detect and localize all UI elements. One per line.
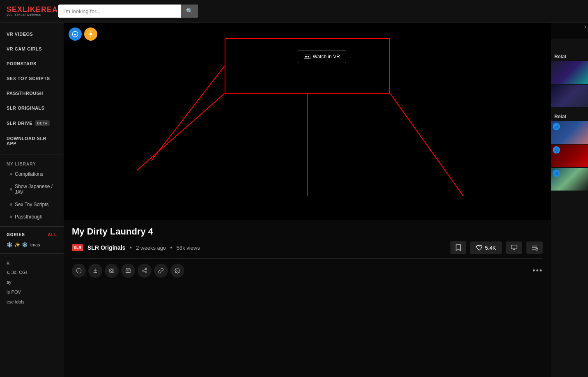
main-layout: VR VIDEOS VR CAM GIRLS PORNSTARS SEX TOY…: [0, 23, 588, 377]
sidebar-item-slr-originals[interactable]: SLR ORIGINALS: [0, 101, 64, 115]
video-meta-right: 5.4K: [450, 241, 543, 254]
svg-line-12: [152, 66, 225, 161]
sidebar: VR VIDEOS VR CAM GIRLS PORNSTARS SEX TOY…: [0, 23, 64, 377]
cat-ese-idols-label: ese idols: [7, 299, 24, 304]
video-meta-left: SLR SLR Originals • 2 weeks ago • 58k vi…: [72, 244, 200, 251]
my-library-label: MY LIBRARY: [0, 158, 64, 168]
logo-sex: SEX: [7, 5, 23, 14]
sidebar-sub-compilations[interactable]: Compilations: [0, 168, 64, 180]
sidebar-sub-passthrough[interactable]: Passthrough: [0, 211, 64, 223]
watch-vr-label: Watch in VR: [313, 54, 340, 60]
add-to-playlist-button[interactable]: [506, 241, 522, 254]
sidebar-divider2: [0, 226, 64, 227]
watch-in-vr-button[interactable]: Watch in VR: [298, 50, 346, 63]
category-le-pov[interactable]: le POV: [0, 287, 64, 297]
video-black: Watch in VR: [64, 23, 551, 220]
sidebar-sub-sex-toy-scripts[interactable]: Sex Toy Scripts: [0, 198, 64, 211]
svg-point-34: [177, 270, 178, 271]
svg-line-33: [144, 269, 145, 270]
sidebar-item-pornstars[interactable]: PORNSTARS: [0, 56, 64, 71]
sidebar-divider: [0, 154, 64, 154]
svg-line-32: [144, 271, 145, 272]
vr-yellow-icon[interactable]: [84, 28, 97, 41]
related-title-2: Relat: [551, 110, 588, 121]
logo-text: SEXLIKEREAL: [7, 6, 52, 13]
svg-point-19: [536, 248, 538, 251]
sidebar-item-passthrough[interactable]: PASSTHROUGH: [0, 86, 64, 101]
content-area: Watch in VR My: [64, 23, 551, 377]
christmas-label: tmas: [30, 242, 40, 247]
svg-point-30: [142, 270, 144, 271]
video-info: My Dirty Laundry 4 SLR SLR Originals • 2…: [64, 220, 551, 283]
video-meta-row: SLR SLR Originals • 2 weeks ago • 58k vi…: [72, 241, 543, 259]
svg-rect-13: [511, 245, 517, 249]
search-bar[interactable]: 🔍: [58, 5, 198, 18]
video-player[interactable]: Watch in VR: [64, 23, 551, 220]
related-thumb-4[interactable]: 🔵: [551, 145, 588, 167]
sidebar-item-sex-toy-scripts[interactable]: SEX TOY SCRIPTS: [0, 71, 64, 86]
related-thumb-4-icon: 🔵: [553, 146, 560, 154]
svg-line-10: [390, 94, 463, 196]
sidebar-item-vr-videos[interactable]: VR VIDEOS: [0, 27, 64, 41]
related-thumb-3-icon: 🔵: [553, 123, 560, 130]
category-christmas[interactable]: ❄️ ✨ ❄️ tmas: [0, 239, 64, 250]
video-overlay-icons: [69, 28, 97, 41]
category-ese-idols[interactable]: ese idols: [0, 297, 64, 307]
related-thumb-3[interactable]: 🔵: [551, 121, 588, 144]
svg-rect-6: [304, 55, 310, 59]
info-button[interactable]: [72, 264, 86, 278]
bookmark-button[interactable]: [450, 241, 466, 254]
svg-point-1: [90, 33, 92, 36]
logo[interactable]: SEXLIKEREAL your sexual wellness: [7, 6, 52, 16]
like-button[interactable]: 5.4K: [470, 241, 502, 254]
svg-point-31: [145, 271, 147, 273]
categories-header: GORIES ALL: [0, 230, 64, 239]
screenshot-button[interactable]: [105, 264, 119, 278]
categories-label: GORIES: [7, 232, 25, 237]
sidebar-item-slr-drive[interactable]: SLR DRIVE BETA: [0, 115, 64, 131]
right-panel-chevron[interactable]: ›: [551, 23, 588, 39]
category-ay[interactable]: ay: [0, 277, 64, 287]
link-button[interactable]: [154, 264, 168, 278]
cat-le-pov-label: le POV: [7, 290, 21, 294]
sidebar-divider3: [0, 253, 64, 254]
video-views: 58k views: [177, 245, 200, 251]
christmas-icons: ❄️ ✨ ❄️: [7, 242, 28, 248]
video-time-ago: 2 weeks ago: [136, 245, 166, 251]
r-label: R: [0, 257, 64, 267]
related-thumb-5-icon: 🔵: [553, 170, 560, 177]
categories-all-link[interactable]: ALL: [48, 232, 57, 237]
logo-like: LIKE: [23, 5, 41, 14]
video-title: My Dirty Laundry 4: [72, 226, 543, 237]
more-options-button[interactable]: •••: [533, 267, 543, 275]
right-panel: › Relat Relat 🔵 🔵 🔵: [551, 23, 588, 377]
related-thumb-1[interactable]: [551, 61, 588, 84]
svg-point-8: [308, 56, 309, 57]
search-input[interactable]: [58, 5, 181, 18]
related-thumb-2[interactable]: [551, 85, 588, 107]
search-button[interactable]: 🔍: [181, 5, 198, 18]
download-button[interactable]: [88, 264, 102, 278]
related-thumb-5[interactable]: 🔵: [551, 168, 588, 191]
related-title-1: Relat: [551, 51, 588, 61]
cat-ay-label: ay: [7, 280, 11, 285]
header: SEXLIKEREAL your sexual wellness 🔍: [0, 0, 588, 23]
cart-button[interactable]: [121, 264, 135, 278]
sidebar-sub-show-japanese-jav[interactable]: Show Japanese / JAV: [0, 180, 64, 198]
channel-name[interactable]: SLR Originals: [87, 244, 126, 251]
slr-channel-logo: SLR: [72, 244, 83, 251]
logo-subtitle: your sexual wellness: [7, 13, 52, 16]
annotation-box: [225, 38, 390, 93]
sidebar-item-vr-cam-girls[interactable]: VR CAM GIRLS: [0, 41, 64, 56]
vr-blue-icon[interactable]: [69, 28, 82, 41]
queue-button[interactable]: [526, 241, 543, 254]
category-3d-cgi[interactable]: s, 3d, CGI: [0, 267, 64, 277]
video-actions-row: •••: [72, 259, 543, 279]
like-count: 5.4K: [485, 245, 496, 251]
svg-point-27: [111, 270, 113, 272]
share-button[interactable]: [138, 264, 152, 278]
svg-point-7: [305, 56, 307, 57]
meta-dot1: •: [130, 244, 132, 251]
settings-button[interactable]: [170, 264, 184, 278]
sidebar-item-download-slr-app[interactable]: DOWNLOAD SLR APP: [0, 131, 64, 151]
